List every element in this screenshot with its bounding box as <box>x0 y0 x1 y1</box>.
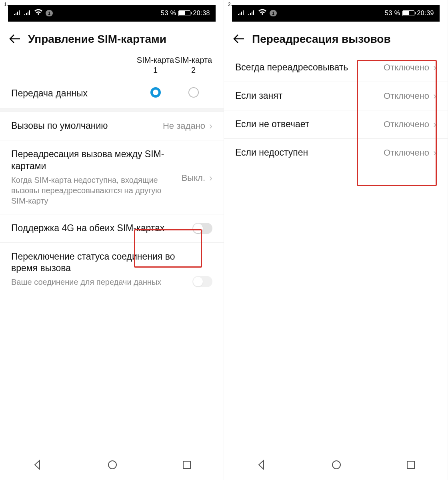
row-forward-unreachable[interactable]: Если недоступен Отключено › <box>224 139 448 167</box>
navigation-bar <box>224 454 448 476</box>
page-title: Управление SIM-картами <box>28 33 166 46</box>
row-switch-connection[interactable]: Переключение статуса соединения во время… <box>0 243 224 296</box>
section-divider <box>0 108 224 112</box>
row-label: Переадресация вызова между SIM-картами <box>11 148 178 172</box>
nav-recent-button[interactable] <box>406 460 416 470</box>
row-forward-busy[interactable]: Если занят Отключено › <box>224 82 448 110</box>
wifi-icon <box>258 9 266 17</box>
app-header: Переадресация вызовов <box>224 22 448 54</box>
row-value: Отключено <box>384 91 429 101</box>
battery-icon <box>178 10 190 16</box>
row-default-calls[interactable]: Вызовы по умолчанию Не задано › <box>0 112 224 140</box>
page-title: Переадресация вызовов <box>252 33 391 46</box>
row-label: Поддержка 4G на обеих SIM-картах <box>11 222 188 234</box>
row-label: Переключение статуса соединения во время… <box>11 251 188 275</box>
row-call-forwarding[interactable]: Переадресация вызова между SIM-картами К… <box>0 140 224 214</box>
signal-icon-2 <box>248 10 255 16</box>
battery-pct: 53 % <box>385 10 400 17</box>
row-value: Выкл. <box>182 173 205 183</box>
battery-pct: 53 % <box>161 10 176 17</box>
nav-home-button[interactable] <box>107 460 118 470</box>
status-bar: 1 53 % 20:39 <box>232 5 440 22</box>
back-button[interactable] <box>233 33 245 46</box>
radio-sim2[interactable] <box>188 87 199 98</box>
chevron-right-icon: › <box>433 119 436 130</box>
shot-number-label: 2. <box>228 2 232 7</box>
row-label: Вызовы по умолчанию <box>11 120 159 132</box>
row-label: Передача данных <box>11 88 132 100</box>
row-4g-both[interactable]: Поддержка 4G на обеих SIM-картах <box>0 214 224 243</box>
shot-number-label: 1. <box>4 2 8 7</box>
svg-point-0 <box>108 461 116 469</box>
navigation-bar <box>0 454 224 476</box>
sim-badge: 1 <box>270 10 277 16</box>
toggle-switch[interactable] <box>192 223 212 234</box>
chevron-right-icon: › <box>433 62 436 73</box>
back-button[interactable] <box>9 33 21 46</box>
screenshot-1: 1. 1 53 % 20:38 Управление SIM-картами S… <box>0 0 224 480</box>
clock: 20:39 <box>417 10 434 17</box>
chevron-right-icon: › <box>433 147 436 158</box>
signal-icon-2 <box>24 10 31 16</box>
sim2-header: SIM-карта 2 <box>174 55 212 75</box>
radio-sim1[interactable] <box>150 87 161 98</box>
row-forward-noanswer[interactable]: Если не отвечает Отключено › <box>224 110 448 139</box>
nav-home-button[interactable] <box>331 460 342 470</box>
chevron-right-icon: › <box>433 90 436 102</box>
row-label: Всегда переадресовывать <box>235 62 380 74</box>
row-value: Отключено <box>384 119 429 130</box>
row-forward-always[interactable]: Всегда переадресовывать Отключено › <box>224 54 448 82</box>
battery-icon <box>402 10 414 16</box>
screenshot-2: 2. 1 53 % 20:39 Переадресация вызовов Вс… <box>224 0 448 480</box>
sim-column-headers: SIM-карта 1 SIM-карта 2 <box>0 54 224 79</box>
row-value: Отключено <box>384 62 429 73</box>
sim-badge: 1 <box>46 10 53 16</box>
signal-icon <box>14 10 21 16</box>
svg-rect-3 <box>407 461 414 468</box>
clock: 20:38 <box>193 10 210 17</box>
row-label: Если не отвечает <box>235 118 380 130</box>
row-sublabel: Когда SIM-карта недоступна, входящие выз… <box>11 175 178 206</box>
app-header: Управление SIM-картами <box>0 22 224 54</box>
nav-recent-button[interactable] <box>182 460 192 470</box>
row-label: Если занят <box>235 90 380 102</box>
chevron-right-icon: › <box>209 120 212 132</box>
row-data-transfer[interactable]: Передача данных <box>0 79 224 108</box>
toggle-switch[interactable] <box>192 276 212 287</box>
row-label: Если недоступен <box>235 147 380 159</box>
signal-icon <box>238 10 245 16</box>
nav-back-button[interactable] <box>256 460 267 470</box>
sim1-header: SIM-карта 1 <box>136 55 174 75</box>
chevron-right-icon: › <box>209 172 212 184</box>
row-sublabel: Ваше соединение для передачи данных <box>11 277 188 287</box>
wifi-icon <box>34 9 42 17</box>
svg-point-2 <box>332 461 340 469</box>
svg-rect-1 <box>183 461 190 468</box>
status-bar: 1 53 % 20:38 <box>8 5 216 22</box>
row-value: Отключено <box>384 148 429 158</box>
nav-back-button[interactable] <box>32 460 43 470</box>
row-value: Не задано <box>163 121 205 131</box>
